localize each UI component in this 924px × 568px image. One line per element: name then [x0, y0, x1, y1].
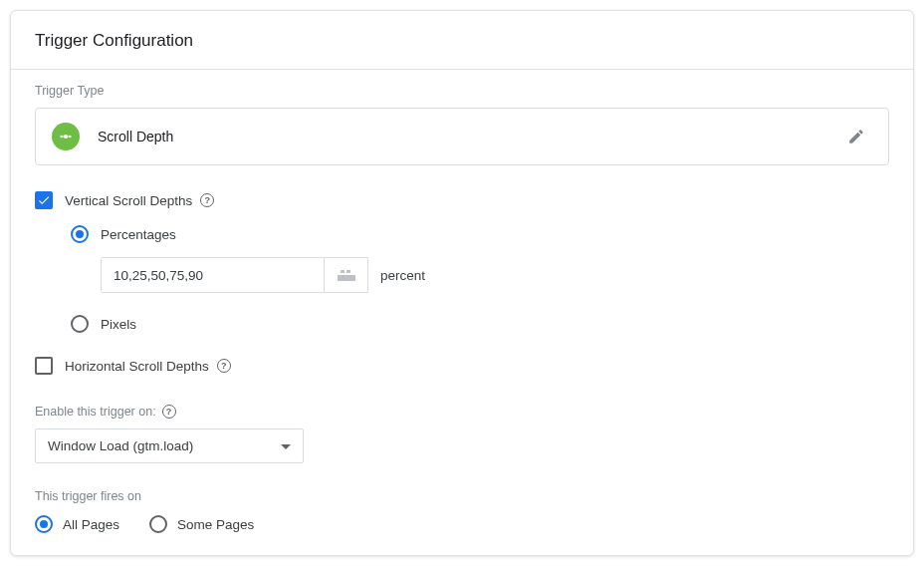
enable-on-label-text: Enable this trigger on:	[35, 405, 156, 419]
percentages-input-row: percent	[71, 257, 889, 293]
some-pages-option: Some Pages	[149, 515, 254, 533]
percentages-radio-row: Percentages	[71, 225, 889, 243]
horizontal-scroll-checkbox-row: Horizontal Scroll Depths ?	[35, 357, 889, 375]
vertical-scroll-label-text: Vertical Scroll Depths	[65, 193, 192, 208]
trigger-type-box[interactable]: Scroll Depth	[35, 108, 889, 165]
enable-on-selected: Window Load (gtm.load)	[48, 438, 193, 453]
page-title: Trigger Configuration	[35, 31, 889, 51]
all-pages-option: All Pages	[35, 515, 119, 533]
percentages-input[interactable]	[101, 257, 325, 293]
chevron-down-icon	[281, 438, 291, 453]
horizontal-scroll-label: Horizontal Scroll Depths ?	[65, 359, 231, 374]
horizontal-scroll-label-text: Horizontal Scroll Depths	[65, 359, 209, 374]
horizontal-scroll-section: Horizontal Scroll Depths ?	[11, 357, 913, 401]
svg-rect-5	[346, 270, 350, 273]
check-icon	[37, 193, 51, 207]
help-icon[interactable]: ?	[217, 359, 231, 373]
fires-on-label: This trigger fires on	[35, 489, 889, 503]
trigger-type-label: Trigger Type	[35, 84, 889, 98]
fires-on-section: This trigger fires on All Pages Some Pag…	[11, 473, 913, 555]
enable-trigger-section: Enable this trigger on: ? Window Load (g…	[11, 401, 913, 473]
brick-icon	[338, 268, 355, 282]
pencil-icon	[847, 128, 865, 145]
vertical-scroll-label: Vertical Scroll Depths ?	[65, 193, 214, 208]
enable-on-select[interactable]: Window Load (gtm.load)	[35, 428, 304, 463]
all-pages-radio[interactable]	[35, 515, 53, 533]
trigger-type-name: Scroll Depth	[98, 129, 822, 144]
horizontal-scroll-checkbox[interactable]	[35, 357, 53, 375]
card-header: Trigger Configuration	[11, 11, 913, 70]
pixels-radio[interactable]	[71, 315, 89, 333]
some-pages-label: Some Pages	[177, 517, 254, 532]
vertical-scroll-checkbox-row: Vertical Scroll Depths ?	[35, 191, 889, 209]
scroll-depth-icon	[52, 123, 80, 150]
vertical-scroll-checkbox[interactable]	[35, 191, 53, 209]
trigger-type-section: Trigger Type Scroll Depth	[11, 70, 913, 173]
fires-on-options: All Pages Some Pages	[35, 515, 889, 533]
pixels-label: Pixels	[101, 317, 136, 332]
trigger-config-card: Trigger Configuration Trigger Type Scrol…	[10, 10, 914, 556]
vertical-scroll-section: Vertical Scroll Depths ? Percentages pe	[11, 173, 913, 357]
enable-on-label: Enable this trigger on: ?	[35, 405, 889, 419]
percentages-label: Percentages	[101, 227, 176, 242]
svg-rect-4	[341, 270, 345, 273]
all-pages-label: All Pages	[63, 517, 119, 532]
percent-unit: percent	[380, 268, 425, 283]
svg-rect-6	[338, 275, 355, 281]
pixels-radio-row: Pixels	[71, 315, 889, 333]
help-icon[interactable]: ?	[200, 193, 214, 207]
vertical-radio-group: Percentages percent Pixels	[35, 225, 889, 333]
variable-picker-button[interactable]	[325, 257, 368, 293]
some-pages-radio[interactable]	[149, 515, 167, 533]
help-icon[interactable]: ?	[162, 405, 176, 419]
edit-button[interactable]	[840, 121, 872, 152]
percentages-radio[interactable]	[71, 225, 89, 243]
